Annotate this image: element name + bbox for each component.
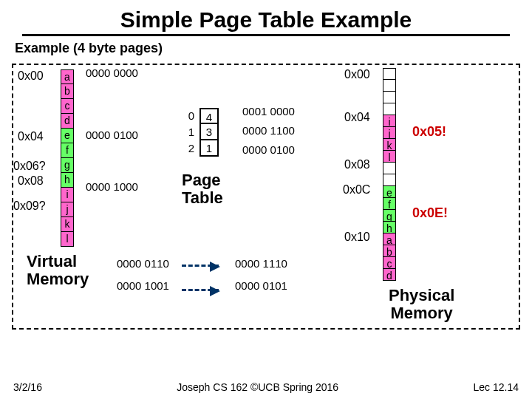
pt-index: 1 xyxy=(183,124,200,140)
vaddr-4: 0x09? xyxy=(13,200,46,213)
arrow-icon xyxy=(182,265,219,267)
pcell: c xyxy=(383,257,396,269)
vaddr-0: 0x00 xyxy=(18,69,44,83)
annotation-0x05: 0x05! xyxy=(412,124,446,140)
vbin-2: 0000 1000 xyxy=(86,180,138,193)
vcell: i xyxy=(61,188,74,202)
example-in-0: 0000 0110 xyxy=(117,257,169,270)
pt-index: 2 xyxy=(183,140,200,157)
pcell: d xyxy=(383,269,396,281)
footer-center: Joseph CS 162 ©UCB Spring 2016 xyxy=(177,381,338,393)
pcell xyxy=(383,80,396,92)
paddr-2: 0x08 xyxy=(344,158,370,171)
pcell xyxy=(383,68,396,80)
footer: 3/2/16 Joseph CS 162 ©UCB Spring 2016 Le… xyxy=(0,381,532,393)
pt-value: 4 xyxy=(200,108,219,124)
pcell: l xyxy=(383,151,396,163)
pcell: i xyxy=(383,115,396,127)
pcell xyxy=(383,92,396,103)
pt-value: 1 xyxy=(200,140,219,157)
vcell: j xyxy=(61,202,74,217)
vcell: h xyxy=(61,173,74,188)
vcell: a xyxy=(61,69,74,84)
vbin-0: 0000 0000 xyxy=(86,66,138,79)
vaddr-2: 0x06? xyxy=(13,160,46,173)
virtual-memory-label: Virtual Memory xyxy=(27,253,89,288)
pcell: e xyxy=(383,186,396,198)
vcell: b xyxy=(61,84,74,99)
vaddr-3: 0x08 xyxy=(18,174,44,188)
vcell: k xyxy=(61,217,74,232)
arrow-icon xyxy=(182,289,219,291)
vcell: d xyxy=(61,114,74,129)
pcell xyxy=(383,103,396,115)
virtual-memory-column: a b c d e f g h i j k l xyxy=(61,69,74,247)
example-in-1: 0000 1001 xyxy=(117,279,169,292)
pt-trans-2: 0000 0100 xyxy=(242,143,295,156)
pcell: b xyxy=(383,245,396,257)
pcell: h xyxy=(383,222,396,233)
paddr-1: 0x04 xyxy=(344,111,370,124)
vcell: g xyxy=(61,158,74,173)
paddr-4: 0x10 xyxy=(344,231,370,244)
footer-right: Lec 12.14 xyxy=(473,381,519,393)
page-table-label: Page Table xyxy=(182,171,223,207)
pt-index: 0 xyxy=(183,108,200,124)
pcell: j xyxy=(383,127,396,139)
vcell: e xyxy=(61,129,74,143)
page-table: 0 4 1 3 2 1 xyxy=(183,108,219,157)
annotation-0x0e: 0x0E! xyxy=(412,205,448,221)
vaddr-1: 0x04 xyxy=(18,130,44,143)
vcell: f xyxy=(61,143,74,158)
pcell xyxy=(383,174,396,186)
diagram-area: 0x00 0x04 0x06? 0x08 0x09? a b c d e f g… xyxy=(12,64,520,330)
example-out-0: 0000 1110 xyxy=(235,257,287,270)
page-title: Simple Page Table Example xyxy=(22,0,510,36)
vcell: l xyxy=(61,232,74,247)
footer-date: 3/2/16 xyxy=(13,381,42,393)
pcell: k xyxy=(383,139,396,151)
paddr-3: 0x0C xyxy=(343,183,370,197)
vbin-1: 0000 0100 xyxy=(86,129,138,141)
physical-memory-column: i j k l e f g h a b c d xyxy=(383,68,396,281)
example-out-1: 0000 0101 xyxy=(235,279,287,292)
example-subtitle: Example (4 byte pages) xyxy=(0,36,532,59)
pt-trans-0: 0001 0000 xyxy=(242,105,295,117)
physical-memory-label: Physical Memory xyxy=(389,287,454,322)
vcell: c xyxy=(61,99,74,114)
pcell xyxy=(383,163,396,174)
paddr-0: 0x00 xyxy=(344,68,370,81)
pcell: f xyxy=(383,198,396,210)
pt-value: 3 xyxy=(200,124,219,140)
pcell: a xyxy=(383,233,396,245)
pcell: g xyxy=(383,210,396,222)
pt-trans-1: 0000 1100 xyxy=(242,124,295,137)
